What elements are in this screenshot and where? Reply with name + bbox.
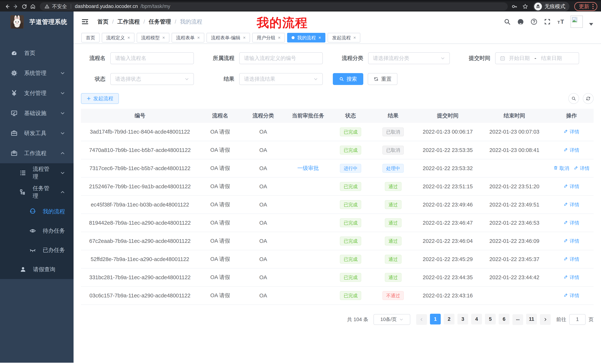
toolbox-icon	[10, 130, 18, 136]
close-icon[interactable]: ×	[243, 35, 246, 40]
close-icon[interactable]: ×	[162, 35, 165, 40]
sidebar-item-done-tasks[interactable]: 已办任务	[0, 240, 74, 260]
pages-ellipsis[interactable]: •••	[512, 314, 523, 325]
tab-user-group[interactable]: 用户分组×	[252, 33, 285, 42]
submit-time-range-picker[interactable]: 开始日期 - 结束日期	[495, 52, 579, 64]
avatar-caret-icon[interactable]	[589, 23, 593, 26]
tab-home[interactable]: 首页	[81, 33, 100, 42]
cell-category: OA	[241, 159, 285, 177]
jump-page-input[interactable]: 1	[569, 314, 586, 325]
sidebar-item-task-management[interactable]: 任务管理	[0, 182, 74, 202]
tab-process-definition[interactable]: 流程定义×	[102, 33, 134, 42]
tab-my-process[interactable]: 我的流程×	[287, 33, 325, 42]
page-5[interactable]: 5	[485, 314, 496, 325]
breadcrumb-task-management[interactable]: 任务管理	[149, 18, 171, 26]
sidebar-collapse-icon[interactable]	[81, 18, 89, 25]
bookmark-star-icon[interactable]	[522, 3, 528, 10]
home-icon[interactable]	[29, 2, 37, 11]
start-process-button[interactable]: 发起流程	[81, 93, 119, 104]
page-2[interactable]: 2	[444, 314, 454, 325]
forward-icon[interactable]	[11, 2, 20, 11]
address-bar[interactable]: 不安全 dashboard.yudao.iocoder.cn/bpm/task/…	[40, 2, 508, 10]
reload-icon[interactable]	[20, 2, 29, 11]
status-badge: 已完成	[340, 127, 361, 136]
help-icon[interactable]	[531, 18, 538, 25]
cell-process-id: 819442e8-7b9a-11ec-a290-acde48001122	[81, 214, 199, 232]
sidebar-item-workflow[interactable]: 工作流程	[0, 143, 74, 163]
detail-link[interactable]: 详情	[564, 147, 579, 153]
search-button[interactable]: 搜索	[333, 73, 363, 85]
page-1[interactable]: 1	[430, 314, 441, 325]
tab-label: 流程表单	[176, 35, 195, 41]
next-page-button[interactable]	[540, 314, 551, 325]
toggle-search-button[interactable]	[568, 93, 579, 104]
search-icon[interactable]	[504, 18, 511, 25]
detail-link[interactable]: 详情	[564, 292, 579, 299]
prev-page-button[interactable]	[416, 314, 427, 325]
sidebar-item-payment-management[interactable]: 支付管理	[0, 83, 74, 103]
tab-process-model[interactable]: 流程模型×	[137, 33, 169, 42]
sidebar-item-leave-query[interactable]: 请假查询	[0, 260, 74, 279]
detail-link[interactable]: 详情	[564, 201, 579, 208]
delete-icon	[553, 165, 558, 171]
fullscreen-icon[interactable]	[544, 18, 551, 25]
sidebar-item-process-management[interactable]: 流程管理	[0, 163, 74, 182]
dashboard-icon	[10, 50, 18, 56]
cancel-link[interactable]: 取消	[553, 165, 569, 172]
sidebar-item-home[interactable]: 首页	[0, 43, 74, 63]
page-6[interactable]: 6	[499, 314, 510, 325]
breadcrumb-workflow[interactable]: 工作流程	[117, 18, 140, 26]
page-4[interactable]: 4	[471, 314, 482, 325]
sidebar-item-dev-tools[interactable]: 研发工具	[0, 123, 74, 143]
close-icon[interactable]: ×	[318, 35, 321, 40]
update-button[interactable]: 更新	[574, 2, 597, 11]
close-icon[interactable]: ×	[278, 35, 280, 40]
back-icon[interactable]	[3, 2, 11, 11]
detail-link[interactable]: 详情	[564, 274, 579, 281]
detail-link[interactable]: 详情	[564, 183, 579, 190]
chevron-down-icon	[313, 77, 318, 81]
sidebar-item-my-process[interactable]: 我的流程	[0, 202, 74, 221]
sidebar-item-label: 待办任务	[43, 227, 65, 235]
detail-link[interactable]: 详情	[564, 220, 579, 226]
close-icon[interactable]: ×	[353, 35, 356, 40]
cell-category: OA	[241, 250, 285, 268]
page-3[interactable]: 3	[457, 314, 468, 325]
tab-process-form[interactable]: 流程表单×	[172, 33, 204, 42]
detail-link[interactable]: 详情	[564, 129, 579, 135]
sidebar-item-label: 基础设施	[24, 109, 46, 117]
current-task-link[interactable]: 一级审批	[297, 165, 319, 171]
parent-process-input[interactable]: 请输入流程定义的编号	[239, 52, 323, 64]
process-name-input[interactable]: 请输入流程名	[110, 52, 194, 64]
result-badge: 不通过	[382, 291, 404, 300]
close-icon[interactable]: ×	[197, 35, 200, 40]
font-size-icon[interactable]: TT	[557, 18, 564, 25]
edit-icon	[564, 238, 568, 244]
page-11[interactable]: 11	[526, 314, 537, 325]
sidebar-item-system-management[interactable]: 系统管理	[0, 63, 74, 83]
page-size-select[interactable]: 10条/页	[373, 314, 410, 325]
avatar[interactable]	[571, 16, 583, 28]
category-select[interactable]: 请选择流程分类	[368, 52, 450, 64]
tab-process-form-edit[interactable]: 流程表单-编辑×	[207, 33, 250, 42]
password-key-icon[interactable]	[511, 3, 517, 10]
reset-button[interactable]: 重置	[368, 73, 397, 85]
sidebar-item-infrastructure[interactable]: 基础设施	[0, 103, 74, 123]
detail-link[interactable]: 详情	[564, 238, 579, 244]
detail-link[interactable]: 详情	[574, 165, 590, 172]
breadcrumb-home[interactable]: 首页	[97, 18, 109, 26]
tab-start-process[interactable]: 发起流程×	[328, 33, 360, 42]
result-select[interactable]: 请选择流结果	[239, 73, 323, 85]
status-select[interactable]: 请选择状态	[110, 73, 194, 85]
cell-process-id: 2152467e-7b9b-11ec-9a1b-acde48001122	[81, 177, 199, 196]
sidebar-item-todo-tasks[interactable]: 待办任务	[0, 221, 74, 240]
detail-link[interactable]: 详情	[564, 256, 579, 262]
tab-label: 流程定义	[106, 35, 125, 41]
cell-submit-time: 2022-01-23 00:06:17	[416, 123, 479, 141]
close-icon[interactable]: ×	[127, 35, 130, 40]
incognito-badge[interactable]: 无痕模式	[533, 2, 570, 11]
refresh-button[interactable]	[583, 93, 594, 104]
app-logo-row[interactable]: 芋道管理系统	[0, 11, 74, 32]
cell-submit-time: 2022-01-22 23:46:04	[416, 232, 479, 250]
github-icon[interactable]	[517, 18, 524, 25]
